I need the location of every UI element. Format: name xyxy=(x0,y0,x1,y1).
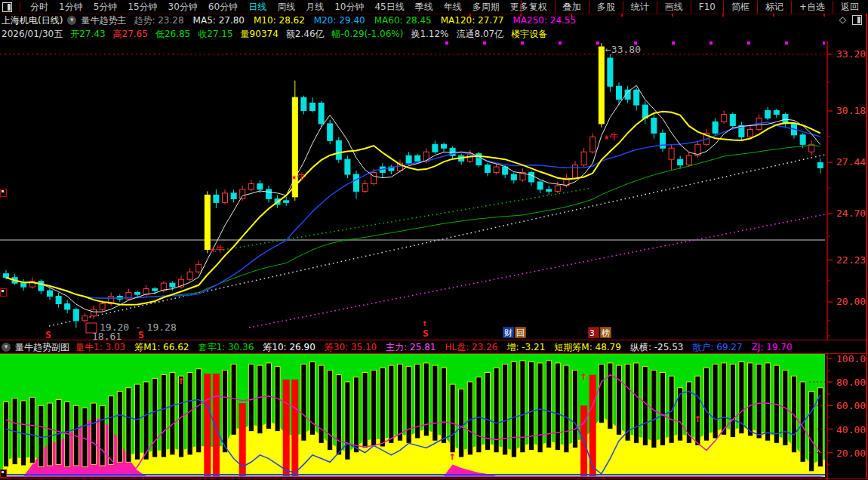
trading-terminal-window: 分时1分钟5分钟15分钟30分钟60分钟日线周线月线10分钟45日线季线年线多周… xyxy=(0,0,868,480)
left-edge-handle-icon[interactable] xyxy=(0,288,7,297)
diamond-icon[interactable]: ◇ xyxy=(839,14,846,25)
sub-legend-item: 纵横: -25.53 xyxy=(630,342,684,352)
sub-legend-item: 散户: 69.27 xyxy=(692,342,742,352)
ma-legend-item: MA5: 27.80 xyxy=(193,15,245,26)
toolbar-period-item[interactable]: 30分钟 xyxy=(168,1,198,14)
toolbar-period-item[interactable]: 45日线 xyxy=(374,1,404,14)
sub-indicator-header-row: ▾ 量牛趋势副图 量牛1: 3.03筹M1: 66.62套牢1: 30.36筹1… xyxy=(2,341,866,353)
svg-text:★牛: ★牛 xyxy=(604,131,618,142)
sub-chart-canvas: ↑↑↑↑100.080.0060.0040.0020.00 xyxy=(0,354,868,480)
svg-text:3: 3 xyxy=(589,328,595,338)
toolbar-period-item[interactable]: 日线 xyxy=(248,1,266,14)
svg-text:↑: ↑ xyxy=(580,369,587,383)
toolbar-action-item[interactable]: +自选 xyxy=(791,1,833,14)
toolbar-period-item[interactable]: 周线 xyxy=(277,1,295,14)
svg-text:20.00: 20.00 xyxy=(836,448,866,459)
toolbar-period-item[interactable]: 多周期 xyxy=(472,1,500,14)
sub-indicator-legend: 量牛1: 3.03筹M1: 66.62套牢1: 30.36筹10: 26.90筹… xyxy=(75,341,802,353)
bottom-frame-line xyxy=(0,478,868,479)
svg-text:80.00: 80.00 xyxy=(836,377,866,388)
toolbar-action-item[interactable]: 统计 xyxy=(623,1,657,14)
svg-text:↑: ↑ xyxy=(422,318,427,328)
svg-text:★牛: ★牛 xyxy=(210,244,224,254)
sub-indicator-chart[interactable]: ↑↑↑↑100.080.0060.0040.0020.00 xyxy=(0,354,868,480)
toolbar-action-item[interactable]: 返回 xyxy=(833,1,866,14)
toolbar-action-item[interactable]: 简框 xyxy=(723,1,757,14)
svg-text:33.20: 33.20 xyxy=(836,48,866,60)
panel-divider-top xyxy=(0,340,868,340)
svg-text:S: S xyxy=(138,329,144,340)
quote-field: 量90374 xyxy=(241,28,279,41)
symbol-title: 上海机电(日线) xyxy=(2,14,63,27)
ruler-tick xyxy=(520,14,522,17)
ma-legend-item: 趋势: 23.28 xyxy=(134,15,183,26)
svg-text:S: S xyxy=(45,329,51,340)
quote-field: 高27.65 xyxy=(113,28,148,41)
toolbar-action-item[interactable]: 复权 xyxy=(521,1,555,14)
sub-legend-item: 筹M1: 66.62 xyxy=(134,342,189,352)
toolbar-period-item[interactable]: 5分钟 xyxy=(94,1,118,14)
ruler-tick xyxy=(672,14,673,17)
svg-text:27.44: 27.44 xyxy=(836,156,866,168)
window-layout-icon[interactable] xyxy=(2,2,12,12)
chevron-down-icon[interactable]: ▾ xyxy=(2,343,11,352)
right-frame-line xyxy=(866,14,867,479)
toolbar-period-item[interactable]: 分时 xyxy=(30,1,48,14)
ma-legend-item: M20: 29.40 xyxy=(314,15,365,26)
svg-text:20.00: 20.00 xyxy=(836,296,866,307)
svg-text:↑: ↑ xyxy=(694,411,700,425)
chevron-down-icon[interactable]: ▾ xyxy=(67,16,76,25)
svg-text:S: S xyxy=(423,328,429,339)
left-edge-handle-icon[interactable] xyxy=(0,469,7,478)
ruler-tick xyxy=(621,14,623,17)
toolbar-period-item[interactable]: 季线 xyxy=(415,1,433,14)
toolbar-action-item[interactable]: 叠加 xyxy=(555,1,589,14)
main-chart-canvas: 33.2030.1827.4424.7022.2320.00←33.8019.2… xyxy=(0,41,868,340)
ma-legend-item: MA250: 24.55 xyxy=(512,15,576,26)
toolbar-action-item[interactable]: 多股 xyxy=(589,1,623,14)
indicator-header-row: 上海机电(日线) ▾ 量牛趋势主 趋势: 23.28MA5: 27.80M10:… xyxy=(2,14,866,27)
maximize-panel-icon[interactable] xyxy=(852,15,862,25)
chart-corner-icons: ◇ xyxy=(839,14,862,25)
quote-field: 楼宇设备 xyxy=(511,28,547,41)
panel-divider-bottom xyxy=(0,353,868,354)
sub-legend-item: 增: -3.21 xyxy=(506,342,545,352)
toolbar-period-item[interactable]: 10分钟 xyxy=(334,1,364,14)
sub-legend-item: 套牢1: 30.36 xyxy=(198,342,254,352)
svg-text:30.18: 30.18 xyxy=(836,105,866,116)
sub-legend-item: ZJ: 19.70 xyxy=(752,342,793,352)
ruler-tick xyxy=(571,14,572,17)
quote-field: 流通8.07亿 xyxy=(457,28,504,41)
sub-legend-item: 短期筹M: 48.79 xyxy=(554,342,621,352)
quote-field: 幅-0.29(-1.06%) xyxy=(332,28,404,41)
sub-legend-item: 筹10: 26.90 xyxy=(263,342,315,352)
period-tabs: 分时1分钟5分钟15分钟30分钟60分钟日线周线月线10分钟45日线季线年线多周… xyxy=(25,1,540,14)
main-candlestick-chart[interactable]: 33.2030.1827.4424.7022.2320.00←33.8019.2… xyxy=(0,41,868,340)
ruler-tick xyxy=(773,14,774,17)
toolbar-period-item[interactable]: 15分钟 xyxy=(128,1,157,14)
left-edge-handle-icon[interactable] xyxy=(0,189,7,197)
svg-text:财: 财 xyxy=(504,328,512,338)
quote-field: 低26.85 xyxy=(155,28,190,41)
toolbar-period-item[interactable]: 月线 xyxy=(306,1,324,14)
toolbar-action-item[interactable]: F10 xyxy=(691,1,723,14)
ruler-tick xyxy=(469,14,471,17)
toolbar-divider xyxy=(20,2,20,12)
toolbar-period-item[interactable]: 1分钟 xyxy=(59,1,83,14)
action-buttons: 复权叠加多股统计画线F10简框标记+自选返回 xyxy=(521,0,866,14)
toolbar-period-item[interactable]: 60分钟 xyxy=(208,1,238,14)
toolbar-action-item[interactable]: 标记 xyxy=(757,1,791,14)
toolbar-period-item[interactable]: 年线 xyxy=(444,1,462,14)
svg-text:↑: ↑ xyxy=(449,449,456,463)
svg-text:22.23: 22.23 xyxy=(836,254,866,266)
sub-legend-item: 筹30: 35.10 xyxy=(325,342,377,352)
sub-legend-item: 主力: 25.81 xyxy=(386,342,436,352)
svg-text:榜: 榜 xyxy=(602,328,610,338)
svg-text:40.00: 40.00 xyxy=(836,424,866,435)
ma-legend: 趋势: 23.28MA5: 27.80M10: 28.62M20: 29.40M… xyxy=(134,14,585,27)
main-indicator-name[interactable]: 量牛趋势主 xyxy=(81,14,126,27)
toolbar-action-item[interactable]: 画线 xyxy=(657,1,691,14)
ruler-tick xyxy=(823,14,825,17)
svg-text:100.0: 100.0 xyxy=(836,354,866,365)
sub-indicator-name[interactable]: 量牛趋势副图 xyxy=(15,341,69,353)
